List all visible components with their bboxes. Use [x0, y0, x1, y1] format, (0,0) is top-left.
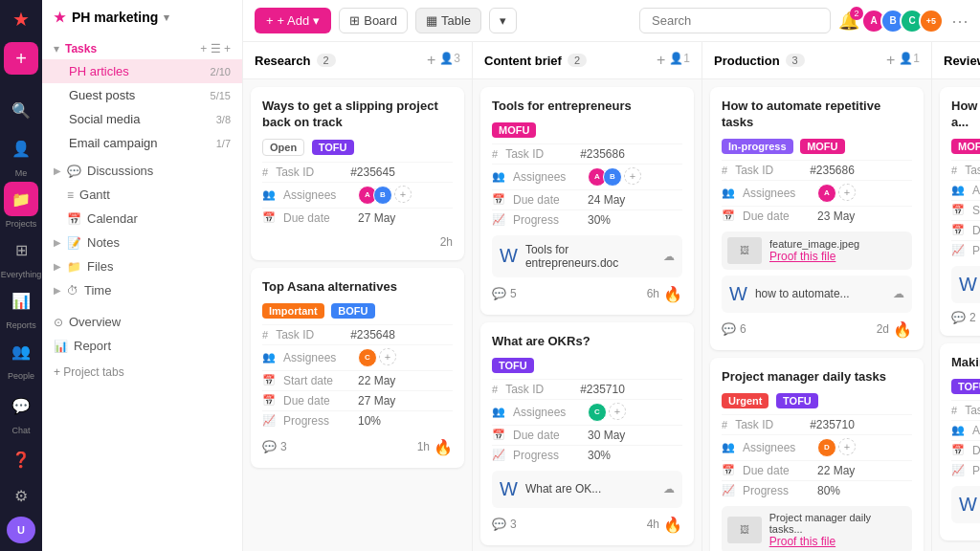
- duedate-icon-7: 📅: [951, 224, 965, 236]
- file-attachment-tools[interactable]: W Tools for entrepreneurs.doc ☁: [492, 235, 682, 277]
- proof-link-automate[interactable]: Proof this file: [769, 250, 859, 263]
- chat-icon[interactable]: 💬: [4, 388, 38, 423]
- reports-nav[interactable]: 📊 Reports: [4, 283, 38, 330]
- production-actions[interactable]: + 👤1: [886, 52, 920, 69]
- card-row-assignees-5: 👥 Assignees A +: [722, 180, 912, 206]
- startdate-label-2: Start date: [972, 204, 980, 217]
- nav-files[interactable]: ▶ 📁 Files: [42, 254, 242, 278]
- time-value: 2h: [440, 235, 453, 249]
- search-icon[interactable]: 🔍: [4, 93, 38, 127]
- add-member-icon-2[interactable]: +: [657, 52, 665, 69]
- projects-icon[interactable]: 📁: [4, 182, 38, 216]
- more-options-icon[interactable]: ⋯: [951, 11, 969, 32]
- add-assignee[interactable]: +: [394, 186, 412, 203]
- tag-tofu-making: TOFU: [951, 379, 980, 394]
- card-tools-entrepreneurs[interactable]: Tools for entrepreneurs MOFU # Task ID #…: [480, 87, 694, 315]
- nav-gantt[interactable]: ▶ ≡ Gantt: [42, 183, 242, 207]
- reports-icon[interactable]: 📊: [4, 283, 38, 318]
- search-input[interactable]: [639, 8, 831, 33]
- fire-icon-2: 🔥: [434, 438, 453, 456]
- nav-discussions[interactable]: ▶ 💬 Discussions: [42, 159, 242, 183]
- everything-icon[interactable]: ⊞: [4, 232, 38, 267]
- report-label: Report: [74, 339, 111, 353]
- project-header[interactable]: ★ PH marketing ▾: [42, 0, 242, 34]
- card-making-mistakes[interactable]: Making mistak... TOFU # Task ID 👥 Assign…: [940, 343, 980, 540]
- nav-report[interactable]: 📊 Report: [42, 334, 242, 358]
- add-assignee-5[interactable]: +: [838, 184, 856, 201]
- table-view-button[interactable]: ▦ Table: [415, 8, 481, 33]
- user-avatar[interactable]: U: [7, 517, 35, 543]
- nav-item-guest-posts[interactable]: Guest posts 5/15: [42, 83, 242, 107]
- card-title-making: Making mistak...: [951, 355, 980, 371]
- nav-overview[interactable]: ⊙ Overview: [42, 310, 242, 334]
- assignees-icon-4: 👥: [492, 406, 505, 418]
- content-brief-actions[interactable]: + 👤1: [657, 52, 690, 69]
- card-footer-1: 2h: [262, 235, 453, 249]
- card-what-are-okrs[interactable]: What are OKRs? TOFU # Task ID #235710 👥 …: [480, 322, 694, 545]
- add-assignee-6[interactable]: +: [838, 438, 856, 455]
- nav-item-social-media[interactable]: Social media 3/8: [42, 107, 242, 131]
- progress-label-2: Progress: [283, 414, 350, 428]
- nav-item-email-campaign[interactable]: Email campaign 1/7: [42, 131, 242, 155]
- card-automate-tasks[interactable]: How to automate repetitive tasks In-prog…: [710, 87, 924, 350]
- production-title: Production: [714, 54, 780, 68]
- card-how-to-better[interactable]: How to better h... deadlines as a... MOF…: [940, 87, 980, 336]
- notifications-bell[interactable]: 🔔 2: [838, 11, 859, 32]
- chat-nav[interactable]: 💬 Chat: [4, 388, 38, 435]
- card-time: 2h: [440, 235, 453, 249]
- add-button[interactable]: +: [4, 42, 38, 75]
- duedate-icon-5: 📅: [722, 209, 735, 222]
- nav-item-ph-articles[interactable]: PH articles 2/10: [42, 59, 242, 83]
- file-attachment-review1[interactable]: W How to...: [951, 266, 980, 303]
- help-icon[interactable]: ❓: [4, 443, 38, 475]
- hash-icon-4: #: [492, 384, 498, 395]
- more-views-button[interactable]: ▾: [489, 8, 517, 33]
- proof-link-pm[interactable]: Proof this file: [769, 535, 906, 548]
- nav-time[interactable]: ▶ ⏱ Time: [42, 278, 242, 302]
- card-slipping-project[interactable]: Ways to get a slipping project back on t…: [251, 87, 464, 260]
- people-icon[interactable]: 👥: [4, 334, 38, 368]
- tag-tofu-okrs: TOFU: [492, 358, 534, 373]
- card-row-progress-8: 📈 Progress: [951, 460, 980, 480]
- assignees-icon-3: 👥: [492, 170, 505, 183]
- taskid-label-8: Task ID: [965, 404, 980, 417]
- everything-nav[interactable]: ⊞ Everything: [1, 232, 42, 279]
- tasks-section-header[interactable]: ▾ Tasks + ☰ +: [42, 38, 242, 59]
- add-member-icon[interactable]: +: [427, 52, 435, 69]
- projects-nav[interactable]: 📁 Projects: [4, 182, 38, 229]
- duedate-value-2: 27 May: [358, 394, 395, 408]
- nav-notes[interactable]: ▶ 📝 Notes: [42, 231, 242, 254]
- people-nav[interactable]: 👥 People: [4, 334, 38, 381]
- card-row-assignees-3: 👥 Assignees A B +: [492, 164, 682, 189]
- hash-icon-7: #: [951, 165, 957, 176]
- file-attachment-making[interactable]: W Making...: [951, 486, 980, 523]
- me-nav[interactable]: 👤 Me: [4, 131, 38, 178]
- research-actions[interactable]: + 👤3: [427, 52, 460, 69]
- files-icon: 📁: [67, 260, 81, 274]
- settings-icon[interactable]: ⚙: [4, 480, 38, 513]
- content-brief-count: 2: [568, 54, 587, 67]
- add-assignee-4[interactable]: +: [609, 403, 626, 420]
- add-member-icon-3[interactable]: +: [886, 52, 895, 69]
- project-chevron: ▾: [164, 11, 169, 24]
- card-row-progress-6: 📈 Progress 80%: [722, 480, 912, 500]
- progress-value-4: 30%: [588, 449, 611, 462]
- comment-icon-2: 💬: [262, 440, 277, 453]
- add-button[interactable]: + + Add ▾: [255, 8, 331, 33]
- board-view-button[interactable]: ⊞ Board: [339, 8, 408, 33]
- me-icon[interactable]: 👤: [4, 131, 38, 165]
- add-assignee-2[interactable]: +: [379, 348, 396, 365]
- file-attachment-automate2[interactable]: W how to automate... ☁: [722, 276, 912, 313]
- progress-label-7: Progress: [972, 244, 980, 257]
- card-asana-alternatives[interactable]: Top Asana alternatives Important BOFU # …: [251, 268, 464, 468]
- time-value-2: 1h: [417, 440, 430, 453]
- card-project-manager-tasks[interactable]: Project manager daily tasks Urgent TOFU …: [710, 358, 924, 551]
- card-row-assignees-2: 👥 Assignees C +: [262, 344, 453, 370]
- card-title-how-better: How to better h... deadlines as a...: [951, 99, 980, 131]
- file-attachment-okrs[interactable]: W What are OK... ☁: [492, 471, 682, 508]
- search-nav[interactable]: 🔍: [4, 93, 38, 127]
- add-assignee-3[interactable]: +: [624, 167, 641, 185]
- add-project-tabs[interactable]: + Project tabs: [42, 358, 242, 386]
- nav-calendar[interactable]: ▶ 📅 Calendar: [42, 207, 242, 231]
- progress-icon-8: 📈: [951, 464, 965, 476]
